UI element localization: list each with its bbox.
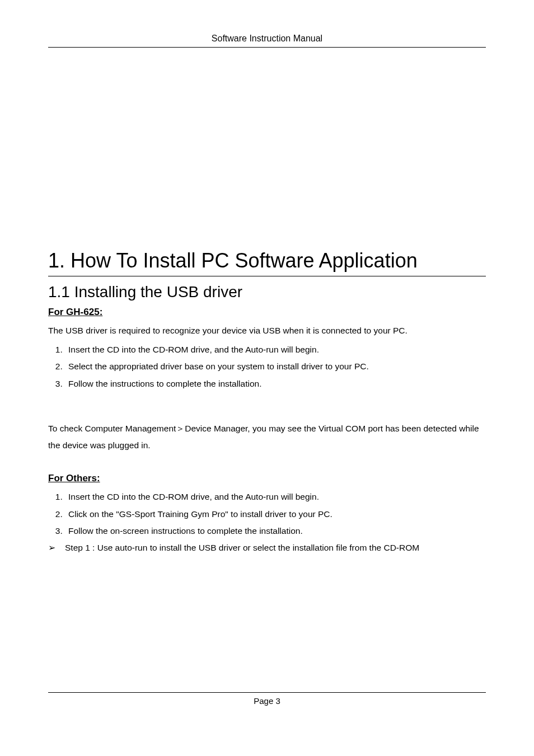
bullet-marker-icon: ➢ — [48, 539, 65, 556]
intro-paragraph: The USB driver is required to recognize … — [48, 322, 486, 339]
heading-1: 1. How To Install PC Software Applicatio… — [48, 249, 486, 273]
list-item: Follow the on-screen instructions to com… — [65, 523, 486, 539]
list-gh625: Insert the CD into the CD-ROM drive, and… — [48, 341, 486, 392]
list-item: Click on the "GS-Sport Training Gym Pro"… — [65, 506, 486, 523]
page-number: Page 3 — [254, 696, 280, 706]
heading-1-rule — [48, 276, 486, 276]
list-item: Select the appropriated driver base on y… — [65, 358, 486, 375]
list-others: Insert the CD into the CD-ROM drive, and… — [48, 489, 486, 539]
post-paragraph: To check Computer Management＞Device Mana… — [48, 420, 486, 454]
list-item: Follow the instructions to complete the … — [65, 375, 486, 392]
heading-2: 1.1 Installing the USB driver — [48, 283, 486, 301]
step-bullet-text: Step 1 : Use auto-run to install the USB… — [65, 539, 419, 556]
page-header: Software Instruction Manual — [48, 34, 486, 48]
list-item: Insert the CD into the CD-ROM drive, and… — [65, 341, 486, 358]
list-item: Insert the CD into the CD-ROM drive, and… — [65, 489, 486, 505]
step-bullet: ➢ Step 1 : Use auto-run to install the U… — [48, 539, 486, 556]
subhead-gh625: For GH-625: — [48, 307, 486, 318]
subhead-others: For Others: — [48, 473, 486, 484]
header-title: Software Instruction Manual — [212, 34, 322, 43]
page-footer: Page 3 — [48, 692, 486, 706]
